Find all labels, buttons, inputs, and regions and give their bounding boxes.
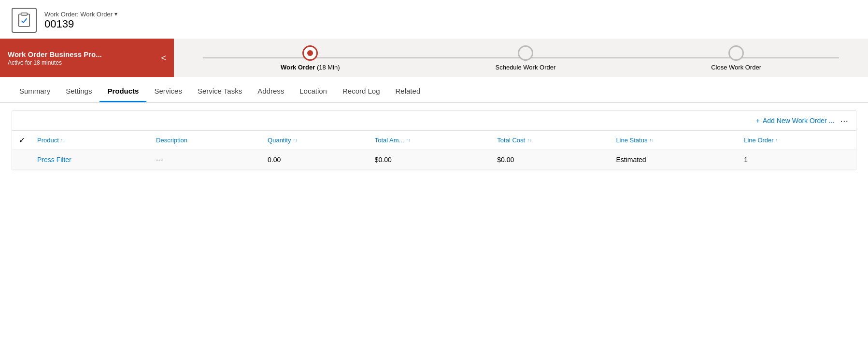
plus-icon: + — [756, 117, 760, 124]
step-label-schedule: Schedule Work Order — [496, 64, 556, 71]
process-steps: Work Order (18 Min) Schedule Work Order … — [174, 45, 868, 71]
cell-line-order: 1 — [738, 150, 856, 170]
stage-title: Work Order Business Pro... — [8, 50, 102, 58]
step-label-close: Close Work Order — [711, 64, 761, 71]
col-header-total-cost[interactable]: Total Cost ↑↓ — [491, 131, 610, 150]
tab-service-tasks[interactable]: Service Tasks — [190, 81, 250, 102]
process-bar-active-stage: Work Order Business Pro... Active for 18… — [0, 39, 174, 77]
record-number: 00139 — [44, 18, 117, 30]
collapse-stage-button[interactable]: < — [161, 53, 166, 63]
tab-location[interactable]: Location — [292, 81, 335, 102]
process-bar: Work Order Business Pro... Active for 18… — [0, 39, 868, 77]
sort-icon-line-order: ↑ — [776, 138, 778, 143]
table-row[interactable]: Press Filter --- 0.00 $0.00 $0.00 Estima… — [12, 150, 856, 170]
page-header: Work Order: Work Order ▾ 00139 — [0, 0, 868, 39]
col-header-product[interactable]: Product ↑↓ — [31, 131, 150, 150]
products-table: ✓ Product ↑↓ Description — [12, 131, 856, 170]
header-title-block: Work Order: Work Order ▾ 00139 — [44, 11, 117, 30]
row-checkbox[interactable] — [12, 150, 31, 170]
cell-total-cost: $0.00 — [491, 150, 610, 170]
sort-icon-total-cost: ↑↓ — [527, 138, 531, 143]
add-button-label: Add New Work Order ... — [763, 117, 834, 124]
sort-icon-product: ↑↓ — [61, 138, 65, 143]
add-new-work-order-button[interactable]: + Add New Work Order ... — [756, 117, 835, 124]
app-icon — [12, 8, 37, 33]
step-label-work-order: Work Order (18 Min) — [281, 64, 340, 71]
tab-services[interactable]: Services — [146, 81, 190, 102]
col-header-line-order[interactable]: Line Order ↑ — [738, 131, 856, 150]
cell-description: --- — [150, 150, 262, 170]
process-step-schedule[interactable]: Schedule Work Order — [496, 45, 556, 71]
products-table-container: + Add New Work Order ... ··· ✓ Product ↑… — [12, 110, 856, 170]
tab-summary[interactable]: Summary — [12, 81, 58, 102]
step-circle-work-order — [302, 45, 318, 61]
sort-icon-total-amount: ↑↓ — [406, 138, 410, 143]
breadcrumb-chevron[interactable]: ▾ — [114, 11, 117, 17]
main-content: + Add New Work Order ... ··· ✓ Product ↑… — [0, 103, 868, 178]
svg-rect-0 — [19, 14, 29, 27]
tab-record-log[interactable]: Record Log — [335, 81, 388, 102]
table-header-row: ✓ Product ↑↓ Description — [12, 131, 856, 150]
col-header-total-amount[interactable]: Total Am... ↑↓ — [369, 131, 492, 150]
sort-icon-quantity: ↑↓ — [293, 138, 297, 143]
tab-address[interactable]: Address — [250, 81, 292, 102]
checkbox-header[interactable]: ✓ — [12, 131, 31, 150]
step-circle-close — [728, 45, 744, 61]
sort-icon-line-status: ↑↓ — [649, 138, 654, 143]
tab-products[interactable]: Products — [100, 81, 146, 102]
svg-rect-1 — [21, 13, 28, 15]
col-header-line-status[interactable]: Line Status ↑↓ — [610, 131, 738, 150]
process-step-work-order[interactable]: Work Order (18 Min) — [281, 45, 340, 71]
cell-product[interactable]: Press Filter — [31, 150, 150, 170]
process-step-close[interactable]: Close Work Order — [711, 45, 761, 71]
table-toolbar: + Add New Work Order ... ··· — [12, 111, 856, 131]
col-header-description[interactable]: Description — [150, 131, 262, 150]
more-options-button[interactable]: ··· — [840, 116, 848, 125]
stage-info: Work Order Business Pro... Active for 18… — [8, 50, 102, 66]
stage-subtitle: Active for 18 minutes — [8, 59, 102, 66]
tab-bar: Summary Settings Products Services Servi… — [0, 81, 868, 103]
breadcrumb[interactable]: Work Order: Work Order ▾ — [44, 11, 117, 18]
step-circle-schedule — [518, 45, 533, 61]
tab-related[interactable]: Related — [388, 81, 428, 102]
tab-settings[interactable]: Settings — [58, 81, 100, 102]
cell-line-status: Estimated — [610, 150, 738, 170]
cell-total-amount: $0.00 — [369, 150, 492, 170]
col-header-quantity[interactable]: Quantity ↑↓ — [262, 131, 369, 150]
cell-quantity: 0.00 — [262, 150, 369, 170]
